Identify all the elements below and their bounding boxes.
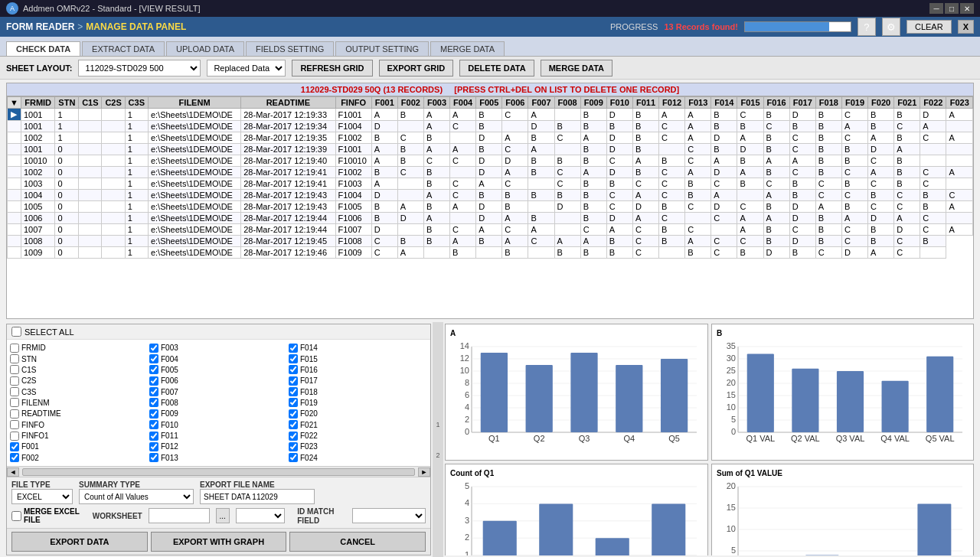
checkbox-f001[interactable] — [10, 442, 19, 451]
table-row[interactable]: 100501e:\Sheets\1DEMO\DE28-Mar-2017 12:1… — [8, 201, 973, 213]
table-row[interactable]: 100801e:\Sheets\1DEMO\DE28-Mar-2017 12:1… — [8, 236, 973, 247]
checkbox-f005[interactable] — [149, 365, 158, 374]
checkbox-f023[interactable] — [289, 442, 298, 451]
checkbox-f010[interactable] — [149, 420, 158, 429]
checkbox-f022[interactable] — [289, 432, 298, 441]
table-row[interactable]: 100211e:\Sheets\1DEMO\DE28-Mar-2017 12:1… — [8, 132, 973, 144]
export-data-button[interactable]: EXPORT DATA — [11, 532, 148, 552]
checkbox-item[interactable]: F001 — [10, 441, 149, 451]
checkbox-readtime[interactable] — [10, 409, 19, 419]
settings-button[interactable]: ⚙ — [882, 18, 900, 36]
checkbox-item[interactable]: STN — [10, 353, 149, 363]
refresh-grid-button[interactable]: REFRESH GRID — [292, 60, 372, 77]
checkbox-item[interactable]: READTIME — [10, 409, 149, 419]
checkbox-item[interactable]: F013 — [149, 453, 288, 463]
checkbox-item[interactable]: FINFO1 — [10, 431, 149, 441]
checkbox-f009[interactable] — [149, 409, 158, 419]
checkbox-f013[interactable] — [149, 453, 158, 462]
checkbox-item[interactable]: F021 — [289, 420, 427, 430]
checkbox-item[interactable]: F020 — [289, 409, 427, 419]
table-row[interactable]: 100901e:\Sheets\1DEMO\DE28-Mar-2017 12:1… — [8, 247, 973, 259]
checkbox-finfo[interactable] — [10, 420, 19, 429]
scroll-left-button[interactable]: ◄ — [7, 467, 19, 477]
checkbox-item[interactable]: C3S — [10, 386, 149, 396]
table-row[interactable]: 100601e:\Sheets\1DEMO\DE28-Mar-2017 12:1… — [8, 213, 973, 224]
checkbox-f004[interactable] — [149, 354, 158, 363]
help-button[interactable]: ? — [858, 18, 876, 36]
tab-merge-data[interactable]: MERGE DATA — [430, 41, 505, 56]
checkbox-item[interactable]: F023 — [289, 441, 427, 451]
table-row[interactable]: 100301e:\Sheets\1DEMO\DE28-Mar-2017 12:1… — [8, 178, 973, 190]
scroll-right-button[interactable]: ► — [418, 467, 430, 477]
table-row[interactable]: 100201e:\Sheets\1DEMO\DE28-Mar-2017 12:1… — [8, 167, 973, 178]
delete-data-button[interactable]: DELETE DATA — [459, 60, 534, 77]
export-with-graph-button[interactable]: EXPORT WITH GRAPH — [151, 532, 287, 552]
worksheet-input[interactable] — [149, 508, 210, 523]
minimize-button[interactable]: ─ — [929, 3, 943, 14]
horizontal-scrollbar[interactable] — [22, 468, 415, 476]
checkbox-f015[interactable] — [289, 354, 298, 363]
checkbox-f019[interactable] — [289, 398, 298, 407]
checkbox-filenm[interactable] — [10, 398, 19, 407]
checkbox-stn[interactable] — [10, 354, 19, 363]
worksheet-select[interactable] — [236, 508, 286, 523]
checkbox-c2s[interactable] — [10, 376, 19, 386]
checkbox-item[interactable]: F005 — [149, 365, 288, 375]
clear-button[interactable]: CLEAR — [906, 20, 952, 34]
table-row[interactable]: 100111e:\Sheets\1DEMO\DE28-Mar-2017 12:1… — [8, 121, 973, 132]
tab-output-setting[interactable]: OUTPUT SETTING — [335, 41, 429, 56]
replaced-data-select[interactable]: Replaced Data Original Data — [207, 60, 286, 77]
cancel-button[interactable]: CANCEL — [289, 532, 426, 552]
checkbox-f017[interactable] — [289, 376, 298, 386]
checkbox-item[interactable]: F011 — [149, 431, 288, 441]
checkbox-f024[interactable] — [289, 453, 298, 462]
maximize-button[interactable]: □ — [945, 3, 959, 14]
checkbox-f021[interactable] — [289, 420, 298, 429]
tab-check-data[interactable]: CHECK DATA — [6, 41, 80, 56]
tab-upload-data[interactable]: UPLOAD DATA — [166, 41, 244, 56]
tab-fields-setting[interactable]: FIELDS SETTING — [246, 41, 334, 56]
checkbox-item[interactable]: F010 — [149, 420, 288, 430]
checkbox-item[interactable]: F002 — [10, 453, 149, 463]
checkbox-item[interactable]: C2S — [10, 376, 149, 386]
checkbox-f002[interactable] — [10, 453, 19, 462]
tab-extract-data[interactable]: EXTRACT DATA — [82, 41, 165, 56]
checkbox-item[interactable]: F007 — [149, 386, 288, 396]
checkbox-f006[interactable] — [149, 376, 158, 386]
checkbox-item[interactable]: F008 — [149, 398, 288, 408]
checkbox-item[interactable]: FILENM — [10, 398, 149, 408]
table-row[interactable]: 100701e:\Sheets\1DEMO\DE28-Mar-2017 12:1… — [8, 224, 973, 236]
checkbox-item[interactable]: F003 — [149, 343, 288, 353]
checkbox-c1s[interactable] — [10, 365, 19, 374]
table-row[interactable]: 100401e:\Sheets\1DEMO\DE28-Mar-2017 12:1… — [8, 190, 973, 201]
export-grid-button[interactable]: EXPORT GRID — [379, 60, 454, 77]
checkbox-item[interactable]: F006 — [149, 376, 288, 386]
checkbox-finfo1[interactable] — [10, 432, 19, 441]
checkbox-f007[interactable] — [149, 387, 158, 396]
checkbox-f012[interactable] — [149, 442, 158, 451]
checkbox-frmid[interactable] — [10, 344, 19, 353]
merge-excel-checkbox[interactable] — [11, 511, 21, 521]
summary-type-select[interactable]: Count of All Values Sum of Values — [79, 489, 194, 504]
checkbox-f014[interactable] — [289, 344, 298, 353]
table-row[interactable]: ▶100111e:\Sheets\1DEMO\DE28-Mar-2017 12:… — [8, 109, 973, 121]
checkbox-item[interactable]: F009 — [149, 409, 288, 419]
checkbox-item[interactable]: F014 — [289, 343, 427, 353]
checkbox-f011[interactable] — [149, 432, 158, 441]
checkbox-f018[interactable] — [289, 387, 298, 396]
checkbox-item[interactable]: F018 — [289, 386, 427, 396]
id-match-select[interactable] — [352, 508, 426, 523]
table-row[interactable]: 100101e:\Sheets\1DEMO\DE28-Mar-2017 12:1… — [8, 144, 973, 155]
checkbox-item[interactable]: F024 — [289, 453, 427, 463]
checkbox-item[interactable]: F012 — [149, 441, 288, 451]
checkbox-item[interactable]: F019 — [289, 398, 427, 408]
close-button[interactable]: ✕ — [960, 3, 974, 14]
checkbox-f016[interactable] — [289, 365, 298, 374]
checkbox-item[interactable]: FINFO — [10, 420, 149, 430]
select-all-checkbox[interactable] — [11, 327, 21, 337]
vertical-separator[interactable]: 1 2 — [433, 322, 443, 557]
checkbox-f008[interactable] — [149, 398, 158, 407]
sheet-select[interactable]: 112029-STD029 500 — [78, 60, 201, 77]
checkbox-item[interactable]: F017 — [289, 376, 427, 386]
checkbox-c3s[interactable] — [10, 387, 19, 396]
